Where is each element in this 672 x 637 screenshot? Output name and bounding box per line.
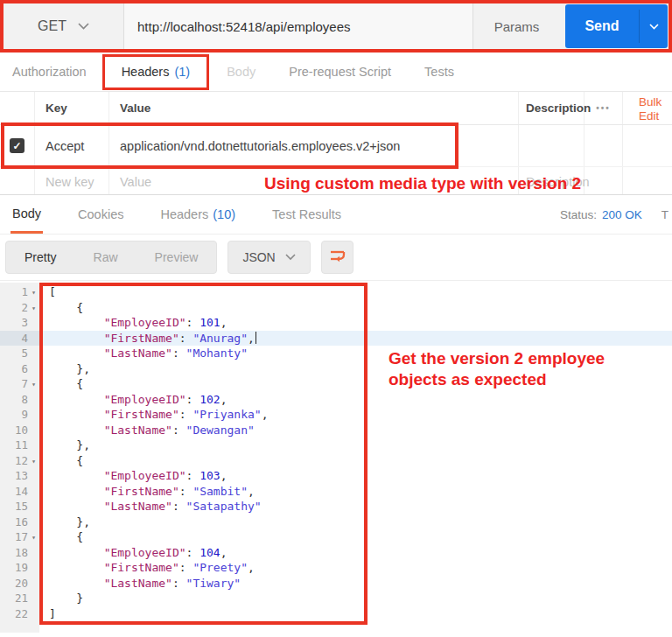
- code-line: 4 "FirstName": "Anurag",: [0, 331, 672, 346]
- fold-arrow-icon[interactable]: ▾: [28, 376, 39, 392]
- line-number: 14: [0, 484, 39, 500]
- view-pretty-button[interactable]: Pretty: [6, 250, 75, 264]
- new-key-field[interactable]: New key: [35, 167, 109, 196]
- tab-headers-label: Headers: [122, 65, 170, 79]
- tab-prerequest-script[interactable]: Pre-request Script: [287, 65, 393, 79]
- code-text: },: [39, 514, 672, 530]
- fold-arrow-placeholder: [28, 315, 39, 331]
- url-text: http://localhost:52418/api/employees: [137, 19, 351, 34]
- wrap-lines-icon: [329, 248, 346, 266]
- header-key-field[interactable]: Accept: [35, 125, 109, 166]
- fold-arrow-placeholder: [28, 576, 39, 592]
- request-tabs: Authorization Headers (1) Body Pre-reque…: [0, 52, 672, 92]
- tab-headers[interactable]: Headers (1): [102, 54, 210, 90]
- fold-arrow-placeholder: [28, 361, 39, 377]
- line-number: 18: [0, 545, 39, 561]
- method-dropdown[interactable]: GET: [4, 4, 124, 49]
- fold-arrow-icon[interactable]: ▾: [28, 284, 39, 300]
- line-number: 10: [0, 423, 39, 438]
- format-label: JSON: [242, 250, 275, 264]
- code-line: 3 "EmployeeID": 101,: [0, 315, 672, 331]
- code-line: 8 "EmployeeID": 102,: [0, 392, 672, 408]
- line-number: 3: [0, 315, 39, 331]
- send-options-caret[interactable]: [640, 4, 668, 48]
- bulk-edit-link[interactable]: Bulk Edit: [623, 92, 672, 124]
- code-line: 18 "EmployeeID": 104,: [0, 545, 672, 561]
- line-number: 4: [0, 331, 39, 346]
- code-text: "EmployeeID": 102,: [39, 392, 672, 408]
- headers-table-header: Key Value Description ••• Bulk Edit: [0, 92, 672, 125]
- response-tab-cookies[interactable]: Cookies: [76, 195, 125, 234]
- format-dropdown[interactable]: JSON: [228, 241, 310, 274]
- line-number: 15: [0, 499, 39, 514]
- chevron-down-icon: [78, 23, 89, 30]
- code-text: "FirstName": "Priyanka",: [39, 407, 672, 423]
- request-bar: GET http://localhost:52418/api/employees…: [0, 0, 672, 52]
- code-text: },: [39, 438, 672, 453]
- line-number: 13: [0, 468, 39, 484]
- line-number: 12▾: [0, 453, 39, 469]
- line-number: 16: [0, 514, 39, 530]
- code-line: 13 "EmployeeID": 103,: [0, 468, 672, 484]
- header-value-field[interactable]: application/vnd.dotnettutorials.employee…: [109, 125, 519, 166]
- line-number: 21: [0, 591, 39, 606]
- value-column-header: Value: [109, 92, 519, 124]
- line-number: 1▾: [0, 284, 39, 300]
- code-text: }: [39, 591, 672, 606]
- fold-arrow-placeholder: [28, 484, 39, 500]
- code-line: 15 "LastName": "Satapathy": [0, 499, 672, 514]
- code-text: {: [39, 300, 672, 316]
- fold-arrow-icon[interactable]: ▾: [28, 529, 39, 545]
- fold-arrow-placeholder: [28, 591, 39, 606]
- header-row-accept: ✓ Accept application/vnd.dotnettutorials…: [0, 125, 672, 167]
- code-line: 10 "LastName": "Dewangan": [0, 423, 672, 438]
- send-button[interactable]: Send: [565, 4, 668, 48]
- header-row-checkbox-cell: ✓: [0, 125, 35, 166]
- code-line: 2▾ {: [0, 300, 672, 316]
- chevron-down-icon: [285, 254, 296, 261]
- wrap-lines-button[interactable]: [321, 241, 354, 274]
- code-text: "LastName": "Satapathy": [39, 499, 672, 514]
- tab-headers-count: (1): [174, 65, 190, 79]
- code-line: 14 "FirstName": "Sambit",: [0, 484, 672, 500]
- params-button[interactable]: Params: [472, 4, 560, 49]
- tab-authorization[interactable]: Authorization: [10, 65, 88, 79]
- fold-arrow-icon[interactable]: ▾: [28, 453, 39, 469]
- checked-checkbox[interactable]: ✓: [10, 138, 24, 153]
- chevron-down-icon: [649, 24, 659, 30]
- code-line: 9 "FirstName": "Priyanka",: [0, 407, 672, 423]
- fold-arrow-icon[interactable]: ▾: [28, 300, 39, 316]
- checkbox-column-header: [0, 92, 35, 124]
- view-raw-button[interactable]: Raw: [75, 250, 136, 264]
- response-toolbar: Pretty Raw Preview JSON: [0, 234, 672, 280]
- line-number: 22: [0, 606, 39, 622]
- fold-arrow-placeholder: [28, 423, 39, 438]
- tab-body[interactable]: Body: [225, 65, 257, 79]
- header-row-spacer: [623, 125, 672, 166]
- response-tab-headers[interactable]: Headers (10): [158, 195, 237, 234]
- description-column-header: Description: [519, 92, 584, 124]
- view-preview-button[interactable]: Preview: [136, 250, 217, 264]
- status-value: 200 OK: [602, 208, 642, 221]
- code-text: "EmployeeID": 101,: [39, 315, 672, 331]
- response-view-toggle: Pretty Raw Preview: [5, 241, 217, 274]
- header-description-field[interactable]: [519, 125, 584, 166]
- code-line: 21 }: [0, 591, 672, 606]
- tab-tests[interactable]: Tests: [423, 65, 456, 79]
- fold-arrow-placeholder: [28, 545, 39, 561]
- response-tab-test-results[interactable]: Test Results: [270, 195, 343, 234]
- send-button-area: Send: [560, 4, 668, 49]
- fold-arrow-placeholder: [28, 331, 39, 346]
- more-options-icon[interactable]: •••: [584, 92, 623, 124]
- method-label: GET: [38, 18, 66, 34]
- url-input[interactable]: http://localhost:52418/api/employees: [124, 4, 472, 49]
- response-tab-body[interactable]: Body: [10, 195, 43, 234]
- time-label-cut: T: [662, 208, 668, 221]
- fold-arrow-placeholder: [28, 499, 39, 514]
- response-headers-count: (10): [213, 207, 235, 221]
- code-text: "LastName": "Dewangan": [39, 423, 672, 438]
- line-number: 19: [0, 560, 39, 576]
- response-body-editor[interactable]: 1▾[2▾ {3 "EmployeeID": 101,4 "FirstName"…: [0, 280, 672, 637]
- code-text: ]: [39, 606, 672, 622]
- code-line: 22]: [0, 606, 672, 622]
